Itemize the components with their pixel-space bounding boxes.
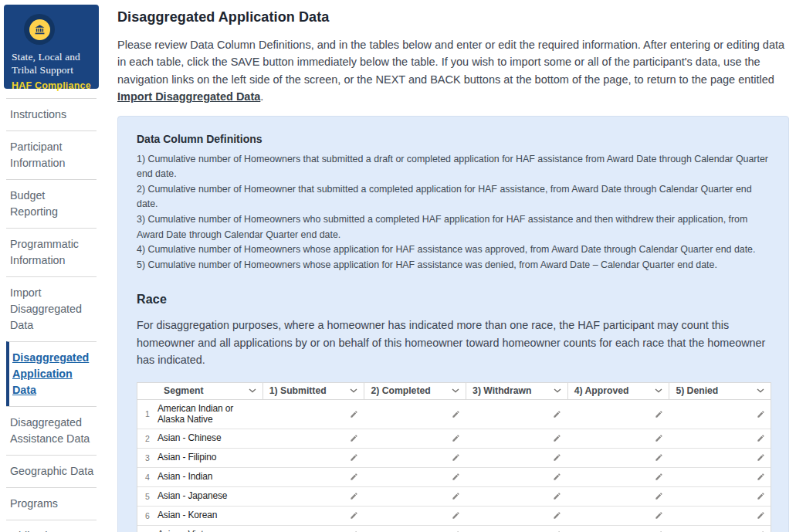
value-cell <box>568 492 670 500</box>
edit-pencil-icon[interactable] <box>350 434 358 442</box>
edit-pencil-icon[interactable] <box>452 453 460 462</box>
edit-pencil-icon[interactable] <box>553 492 561 500</box>
edit-pencil-icon[interactable] <box>350 473 358 481</box>
edit-pencil-icon[interactable] <box>553 434 561 442</box>
edit-pencil-icon[interactable] <box>757 473 765 481</box>
table-row: 4Asian - Indian <box>137 468 771 487</box>
segment-cell: Asian - Indian <box>158 468 263 486</box>
segment-cell: Asian - Filipino <box>158 449 263 466</box>
sidebar-item-programmatic-information[interactable]: Programmatic Information <box>6 228 97 276</box>
edit-pencil-icon[interactable] <box>452 410 460 418</box>
row-number: 4 <box>137 473 158 482</box>
edit-pencil-icon[interactable] <box>553 453 561 462</box>
chevron-down-icon[interactable] <box>757 388 764 393</box>
definition-line: 4) Cumulative number of Homeowners whose… <box>137 242 770 258</box>
sidebar-item-obligations-expenditures-verification[interactable]: Obligations & Expenditures Verification <box>6 520 97 532</box>
value-cell <box>670 511 772 520</box>
value-cell <box>568 453 670 462</box>
table-row: 3Asian - Filipino <box>137 449 771 468</box>
intro-text: Please review Data Column Definitions, a… <box>117 39 784 86</box>
race-section-description: For disaggregation purposes, where a hom… <box>137 317 770 368</box>
edit-pencil-icon[interactable] <box>655 492 663 500</box>
chevron-down-icon[interactable] <box>350 388 357 393</box>
edit-pencil-icon[interactable] <box>452 434 460 442</box>
row-number: 1 <box>137 409 158 418</box>
edit-pencil-icon[interactable] <box>757 434 765 442</box>
edit-pencil-icon[interactable] <box>655 410 663 418</box>
import-disaggregated-data-link[interactable]: Import Disaggregated Data <box>117 90 260 103</box>
edit-pencil-icon[interactable] <box>350 453 358 462</box>
sidebar-item-import-disaggregated-data[interactable]: Import Disaggregated Data <box>6 276 97 341</box>
edit-pencil-icon[interactable] <box>757 453 765 462</box>
edit-pencil-icon[interactable] <box>452 511 460 520</box>
segment-cell: Asian - Japanese <box>158 487 263 505</box>
value-cell <box>263 511 365 520</box>
value-cell <box>263 492 365 500</box>
table-header-row: Segment1) Submitted2) Completed3) Withdr… <box>137 383 771 400</box>
edit-pencil-icon[interactable] <box>350 410 358 418</box>
chevron-down-icon[interactable] <box>452 388 459 393</box>
value-cell <box>568 511 670 520</box>
value-cell <box>365 473 467 481</box>
edit-pencil-icon[interactable] <box>655 473 663 481</box>
column-header-label: 3) Withdrawn <box>473 385 531 396</box>
page-title: Disaggregated Application Data <box>117 0 789 25</box>
sidebar-item-geographic-data[interactable]: Geographic Data <box>6 455 97 487</box>
data-column-definitions-title: Data Column Definitions <box>137 133 770 145</box>
value-cell <box>670 410 772 418</box>
column-header-approved: 4) Approved <box>567 383 669 399</box>
app-name: HAF Compliance <box>12 80 91 91</box>
edit-pencil-icon[interactable] <box>757 492 765 500</box>
value-cell <box>568 410 670 418</box>
edit-pencil-icon[interactable] <box>553 511 561 520</box>
definition-line: 5) Cumulative number of Homeowners whose… <box>137 258 770 273</box>
edit-pencil-icon[interactable] <box>553 410 561 418</box>
sidebar-item-disaggregated-application-data[interactable]: Disaggregated Application Data <box>6 341 97 406</box>
chevron-down-icon[interactable] <box>554 388 561 393</box>
column-header-denied: 5) Denied <box>669 383 771 399</box>
edit-pencil-icon[interactable] <box>553 473 561 481</box>
race-data-table: Segment1) Submitted2) Completed3) Withdr… <box>137 382 771 532</box>
sidebar-item-programs[interactable]: Programs <box>6 487 97 520</box>
intro-paragraph: Please review Data Column Definitions, a… <box>117 36 789 106</box>
definition-line: 3) Cumulative number of Homeowners who s… <box>137 212 770 242</box>
column-header-submitted: 1) Submitted <box>263 383 364 399</box>
chevron-down-icon[interactable] <box>655 388 662 393</box>
sidebar-item-participant-information[interactable]: Participant Information <box>6 130 97 179</box>
sidebar-item-disaggregated-assistance-data[interactable]: Disaggregated Assistance Data <box>6 406 97 455</box>
sidebar-item-budget-reporting[interactable]: Budget Reporting <box>6 179 97 228</box>
edit-pencil-icon[interactable] <box>350 492 358 500</box>
sidebar-nav: InstructionsParticipant InformationBudge… <box>6 98 97 532</box>
value-cell <box>263 473 365 481</box>
data-column-definitions-list: 1) Cumulative number of Homeowners that … <box>137 152 770 273</box>
sidebar-item-instructions[interactable]: Instructions <box>6 98 97 130</box>
chevron-down-icon[interactable] <box>249 388 256 393</box>
table-row: 6Asian - Korean <box>137 507 771 526</box>
edit-pencil-icon[interactable] <box>655 511 663 520</box>
column-header-completed: 2) Completed <box>364 383 466 399</box>
row-number: 2 <box>137 434 158 443</box>
value-cell <box>670 453 772 462</box>
value-cell <box>365 492 467 500</box>
edit-pencil-icon[interactable] <box>655 434 663 442</box>
treasury-seal-badge <box>24 14 55 45</box>
value-cell <box>467 511 569 520</box>
intro-text-end: . <box>260 90 263 103</box>
value-cell <box>467 434 569 442</box>
main-content: Disaggregated Application Data Please re… <box>117 0 789 532</box>
edit-pencil-icon[interactable] <box>452 473 460 481</box>
edit-pencil-icon[interactable] <box>757 511 765 520</box>
value-cell <box>365 511 467 520</box>
value-cell <box>467 453 569 462</box>
value-cell <box>263 453 365 462</box>
value-cell <box>568 434 670 442</box>
edit-pencil-icon[interactable] <box>655 453 663 462</box>
value-cell <box>670 492 772 500</box>
value-cell <box>263 410 365 418</box>
table-row: 1American Indian or Alaska Native <box>137 400 771 429</box>
edit-pencil-icon[interactable] <box>452 492 460 500</box>
column-header-label: 2) Completed <box>371 385 430 396</box>
edit-pencil-icon[interactable] <box>757 410 765 418</box>
edit-pencil-icon[interactable] <box>350 511 358 520</box>
value-cell <box>467 410 569 418</box>
